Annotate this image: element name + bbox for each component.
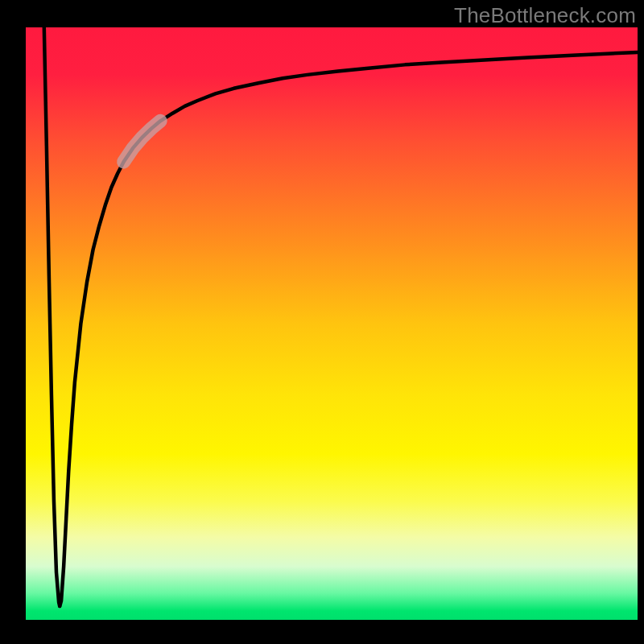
bottleneck-curve-chart (0, 0, 644, 644)
chart-container: TheBottleneck.com (0, 0, 644, 644)
curve-min-point (58, 605, 61, 608)
attribution-label: TheBottleneck.com (454, 3, 636, 28)
plot-background (26, 27, 638, 620)
